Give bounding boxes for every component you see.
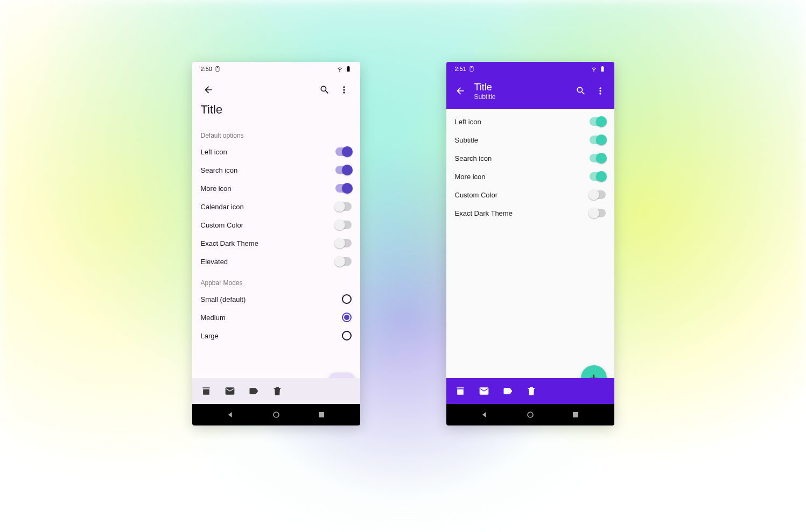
option-label: More icon — [455, 173, 486, 181]
appbar-title: Title — [474, 82, 571, 93]
mail-button[interactable] — [475, 382, 493, 400]
option-row[interactable]: Custom Color — [455, 186, 606, 204]
option-label: Search icon — [455, 154, 492, 162]
nav-recent[interactable] — [316, 409, 327, 420]
options-scroll[interactable]: Left iconSubtitleSearch iconMore iconCus… — [446, 109, 614, 378]
option-row[interactable]: Exact Dark Theme — [455, 204, 606, 222]
archive-icon — [201, 386, 212, 396]
option-label: Subtitle — [455, 136, 478, 144]
option-label: Search icon — [201, 166, 238, 174]
option-row[interactable]: Custom Color — [201, 216, 352, 234]
mode-row[interactable]: Small (default) — [201, 290, 352, 308]
option-label: Calendar icon — [201, 203, 244, 211]
option-row[interactable]: Search icon — [455, 149, 606, 167]
switch-toggle[interactable] — [335, 257, 352, 266]
label-button[interactable] — [245, 382, 262, 400]
more-vert-icon — [339, 84, 349, 95]
delete-button[interactable] — [523, 382, 540, 400]
option-label: Custom Color — [455, 191, 497, 199]
more-button[interactable] — [591, 81, 610, 101]
radio-button[interactable] — [342, 313, 352, 322]
phone-left: 2:50 — [192, 62, 360, 425]
more-button[interactable] — [334, 80, 354, 100]
switch-toggle[interactable] — [590, 154, 606, 162]
back-button[interactable] — [451, 81, 470, 101]
delete-button[interactable] — [269, 382, 286, 400]
switch-toggle[interactable] — [335, 147, 352, 156]
nav-back[interactable] — [226, 409, 236, 420]
battery-icon — [599, 66, 606, 72]
label-button[interactable] — [499, 382, 516, 400]
switch-toggle[interactable] — [335, 221, 352, 229]
nav-back[interactable] — [480, 409, 490, 420]
option-label: Elevated — [201, 258, 228, 266]
option-label: Left icon — [455, 118, 481, 126]
nav-home[interactable] — [525, 409, 536, 420]
section-appbar-modes: Appbar Modes — [201, 279, 352, 287]
label-icon — [502, 386, 513, 396]
mode-row[interactable]: Large — [201, 327, 352, 345]
mode-label: Small (default) — [201, 295, 246, 303]
box-icon — [468, 66, 475, 72]
back-button[interactable] — [199, 80, 218, 100]
app-bar: Title — [192, 76, 360, 123]
switch-toggle[interactable] — [335, 239, 352, 247]
mail-button[interactable] — [221, 382, 239, 400]
switch-toggle[interactable] — [335, 184, 352, 193]
radio-button[interactable] — [342, 331, 352, 341]
android-nav-bar — [192, 404, 360, 425]
option-label: Exact Dark Theme — [201, 239, 258, 247]
status-time: 2:50 — [201, 66, 212, 72]
switch-toggle[interactable] — [590, 136, 606, 144]
delete-icon — [526, 386, 537, 396]
status-bar: 2:50 — [192, 62, 360, 76]
delete-icon — [272, 386, 283, 396]
option-row[interactable]: Elevated — [201, 252, 352, 271]
box-icon — [214, 66, 221, 72]
mode-label: Medium — [201, 314, 226, 322]
option-row[interactable]: More icon — [201, 179, 352, 197]
label-icon — [248, 386, 259, 396]
switch-toggle[interactable] — [590, 209, 606, 217]
switch-toggle[interactable] — [335, 202, 352, 211]
archive-icon — [455, 386, 466, 396]
option-label: More icon — [201, 185, 232, 193]
option-row[interactable]: Subtitle — [455, 131, 606, 149]
wifi-icon — [337, 66, 343, 72]
search-button[interactable] — [315, 80, 334, 100]
archive-button[interactable] — [452, 382, 469, 400]
option-label: Custom Color — [201, 221, 243, 229]
nav-recent[interactable] — [570, 409, 581, 420]
option-label: Exact Dark Theme — [455, 209, 513, 217]
more-vert-icon — [595, 86, 606, 96]
switch-toggle[interactable] — [590, 190, 606, 199]
bottom-app-bar — [192, 378, 360, 404]
archive-button[interactable] — [198, 382, 215, 400]
wifi-icon — [591, 66, 597, 72]
android-nav-bar — [446, 404, 614, 425]
appbar-subtitle: Subtitle — [474, 93, 571, 101]
option-row[interactable]: Left icon — [455, 112, 606, 131]
switch-toggle[interactable] — [590, 117, 606, 126]
option-row[interactable]: Exact Dark Theme — [201, 234, 352, 252]
status-bar: 2:51 — [446, 62, 614, 76]
option-label: Left icon — [201, 148, 227, 156]
status-time: 2:51 — [455, 66, 466, 72]
section-default-options: Default options — [201, 132, 352, 139]
radio-button[interactable] — [342, 294, 352, 304]
battery-icon — [345, 66, 352, 72]
option-row[interactable]: Left icon — [201, 143, 352, 161]
option-row[interactable]: Calendar icon — [201, 197, 352, 216]
options-scroll[interactable]: Default options Left iconSearch iconMore… — [192, 123, 360, 378]
search-icon — [576, 86, 586, 96]
search-button[interactable] — [571, 81, 591, 101]
switch-toggle[interactable] — [335, 166, 352, 174]
app-bar: Title Subtitle — [446, 76, 614, 109]
bottom-app-bar — [446, 378, 614, 404]
nav-home[interactable] — [271, 409, 282, 420]
option-row[interactable]: Search icon — [201, 161, 352, 179]
option-row[interactable]: More icon — [455, 167, 606, 186]
mode-row[interactable]: Medium — [201, 308, 352, 327]
mode-label: Large — [201, 332, 219, 340]
switch-toggle[interactable] — [590, 172, 606, 181]
